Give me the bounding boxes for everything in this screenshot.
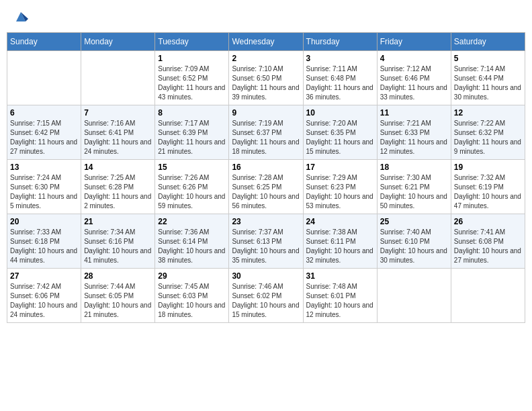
calendar-cell: 9Sunrise: 7:19 AMSunset: 6:37 PMDaylight… xyxy=(229,105,303,160)
calendar-cell xyxy=(7,51,81,105)
day-info: Sunrise: 7:19 AMSunset: 6:37 PMDaylight:… xyxy=(232,119,300,156)
calendar-cell: 12Sunrise: 7:22 AMSunset: 6:32 PMDayligh… xyxy=(451,105,525,160)
day-number: 8 xyxy=(158,108,226,118)
day-number: 25 xyxy=(380,217,448,226)
calendar-cell: 28Sunrise: 7:44 AMSunset: 6:05 PMDayligh… xyxy=(81,269,155,323)
day-info: Sunrise: 7:15 AMSunset: 6:42 PMDaylight:… xyxy=(10,119,78,156)
calendar-cell: 26Sunrise: 7:41 AMSunset: 6:08 PMDayligh… xyxy=(451,214,525,269)
day-number: 19 xyxy=(454,163,522,172)
calendar-cell: 2Sunrise: 7:10 AMSunset: 6:50 PMDaylight… xyxy=(229,51,303,105)
day-number: 3 xyxy=(306,54,374,63)
day-info: Sunrise: 7:41 AMSunset: 6:08 PMDaylight:… xyxy=(454,228,522,265)
day-number: 31 xyxy=(306,271,374,281)
day-number: 11 xyxy=(380,108,448,118)
day-info: Sunrise: 7:45 AMSunset: 6:03 PMDaylight:… xyxy=(158,282,226,320)
day-info: Sunrise: 7:40 AMSunset: 6:10 PMDaylight:… xyxy=(380,228,448,265)
logo-icon xyxy=(13,9,28,24)
day-header-thursday: Thursday xyxy=(303,33,377,51)
day-number: 29 xyxy=(158,271,226,281)
calendar-cell: 16Sunrise: 7:28 AMSunset: 6:25 PMDayligh… xyxy=(229,160,303,214)
day-number: 1 xyxy=(158,54,226,63)
calendar-cell xyxy=(451,269,525,323)
day-info: Sunrise: 7:14 AMSunset: 6:44 PMDaylight:… xyxy=(454,64,522,102)
day-number: 20 xyxy=(10,217,78,226)
calendar-cell: 17Sunrise: 7:29 AMSunset: 6:23 PMDayligh… xyxy=(303,160,377,214)
day-info: Sunrise: 7:29 AMSunset: 6:23 PMDaylight:… xyxy=(306,173,374,211)
day-number: 2 xyxy=(232,54,300,63)
day-number: 4 xyxy=(380,54,448,63)
day-info: Sunrise: 7:25 AMSunset: 6:28 PMDaylight:… xyxy=(84,173,152,211)
day-number: 17 xyxy=(306,163,374,172)
day-number: 27 xyxy=(10,271,78,281)
day-header-tuesday: Tuesday xyxy=(155,33,229,51)
calendar-cell xyxy=(81,51,155,105)
day-info: Sunrise: 7:28 AMSunset: 6:25 PMDaylight:… xyxy=(232,173,300,211)
calendar-cell: 6Sunrise: 7:15 AMSunset: 6:42 PMDaylight… xyxy=(7,105,81,160)
calendar-cell: 27Sunrise: 7:42 AMSunset: 6:06 PMDayligh… xyxy=(7,269,81,323)
day-number: 6 xyxy=(10,108,78,118)
day-info: Sunrise: 7:32 AMSunset: 6:19 PMDaylight:… xyxy=(454,173,522,211)
calendar-cell: 13Sunrise: 7:24 AMSunset: 6:30 PMDayligh… xyxy=(7,160,81,214)
day-number: 7 xyxy=(84,108,152,118)
day-number: 10 xyxy=(306,108,374,118)
day-info: Sunrise: 7:42 AMSunset: 6:06 PMDaylight:… xyxy=(10,282,78,320)
calendar-cell xyxy=(377,269,451,323)
day-number: 13 xyxy=(10,163,78,172)
day-info: Sunrise: 7:37 AMSunset: 6:13 PMDaylight:… xyxy=(232,228,300,265)
day-header-sunday: Sunday xyxy=(7,33,81,51)
calendar-cell: 10Sunrise: 7:20 AMSunset: 6:35 PMDayligh… xyxy=(303,105,377,160)
calendar-cell: 11Sunrise: 7:21 AMSunset: 6:33 PMDayligh… xyxy=(377,105,451,160)
day-info: Sunrise: 7:26 AMSunset: 6:26 PMDaylight:… xyxy=(158,173,226,211)
calendar-week-2: 6Sunrise: 7:15 AMSunset: 6:42 PMDaylight… xyxy=(7,105,525,160)
day-info: Sunrise: 7:24 AMSunset: 6:30 PMDaylight:… xyxy=(10,173,78,211)
calendar-table: SundayMondayTuesdayWednesdayThursdayFrid… xyxy=(7,32,525,323)
day-info: Sunrise: 7:46 AMSunset: 6:02 PMDaylight:… xyxy=(232,282,300,320)
day-number: 30 xyxy=(232,271,300,281)
day-number: 21 xyxy=(84,217,152,226)
calendar-cell: 23Sunrise: 7:37 AMSunset: 6:13 PMDayligh… xyxy=(229,214,303,269)
day-number: 22 xyxy=(158,217,226,226)
day-number: 12 xyxy=(454,108,522,118)
day-info: Sunrise: 7:33 AMSunset: 6:18 PMDaylight:… xyxy=(10,228,78,265)
day-header-wednesday: Wednesday xyxy=(229,33,303,51)
day-info: Sunrise: 7:30 AMSunset: 6:21 PMDaylight:… xyxy=(380,173,448,211)
day-info: Sunrise: 7:10 AMSunset: 6:50 PMDaylight:… xyxy=(232,64,300,102)
calendar-cell: 19Sunrise: 7:32 AMSunset: 6:19 PMDayligh… xyxy=(451,160,525,214)
calendar-cell: 3Sunrise: 7:11 AMSunset: 6:48 PMDaylight… xyxy=(303,51,377,105)
page-header xyxy=(7,7,525,27)
logo xyxy=(12,9,28,24)
calendar-cell: 15Sunrise: 7:26 AMSunset: 6:26 PMDayligh… xyxy=(155,160,229,214)
day-info: Sunrise: 7:22 AMSunset: 6:32 PMDaylight:… xyxy=(454,119,522,156)
day-info: Sunrise: 7:20 AMSunset: 6:35 PMDaylight:… xyxy=(306,119,374,156)
calendar-week-1: 1Sunrise: 7:09 AMSunset: 6:52 PMDaylight… xyxy=(7,51,525,105)
calendar-header-row: SundayMondayTuesdayWednesdayThursdayFrid… xyxy=(7,33,525,51)
calendar-week-5: 27Sunrise: 7:42 AMSunset: 6:06 PMDayligh… xyxy=(7,269,525,323)
day-info: Sunrise: 7:21 AMSunset: 6:33 PMDaylight:… xyxy=(380,119,448,156)
day-number: 28 xyxy=(84,271,152,281)
day-info: Sunrise: 7:17 AMSunset: 6:39 PMDaylight:… xyxy=(158,119,226,156)
day-info: Sunrise: 7:44 AMSunset: 6:05 PMDaylight:… xyxy=(84,282,152,320)
day-number: 18 xyxy=(380,163,448,172)
calendar-cell: 1Sunrise: 7:09 AMSunset: 6:52 PMDaylight… xyxy=(155,51,229,105)
day-info: Sunrise: 7:36 AMSunset: 6:14 PMDaylight:… xyxy=(158,228,226,265)
calendar-cell: 31Sunrise: 7:48 AMSunset: 6:01 PMDayligh… xyxy=(303,269,377,323)
day-number: 26 xyxy=(454,217,522,226)
day-info: Sunrise: 7:12 AMSunset: 6:46 PMDaylight:… xyxy=(380,64,448,102)
calendar-cell: 14Sunrise: 7:25 AMSunset: 6:28 PMDayligh… xyxy=(81,160,155,214)
day-header-friday: Friday xyxy=(377,33,451,51)
calendar-cell: 20Sunrise: 7:33 AMSunset: 6:18 PMDayligh… xyxy=(7,214,81,269)
day-number: 16 xyxy=(232,163,300,172)
calendar-cell: 22Sunrise: 7:36 AMSunset: 6:14 PMDayligh… xyxy=(155,214,229,269)
calendar-cell: 24Sunrise: 7:38 AMSunset: 6:11 PMDayligh… xyxy=(303,214,377,269)
day-info: Sunrise: 7:09 AMSunset: 6:52 PMDaylight:… xyxy=(158,64,226,102)
day-number: 15 xyxy=(158,163,226,172)
calendar-week-4: 20Sunrise: 7:33 AMSunset: 6:18 PMDayligh… xyxy=(7,214,525,269)
day-number: 14 xyxy=(84,163,152,172)
day-number: 24 xyxy=(306,217,374,226)
calendar-cell: 18Sunrise: 7:30 AMSunset: 6:21 PMDayligh… xyxy=(377,160,451,214)
day-header-monday: Monday xyxy=(81,33,155,51)
calendar-cell: 25Sunrise: 7:40 AMSunset: 6:10 PMDayligh… xyxy=(377,214,451,269)
calendar-cell: 7Sunrise: 7:16 AMSunset: 6:41 PMDaylight… xyxy=(81,105,155,160)
calendar-cell: 30Sunrise: 7:46 AMSunset: 6:02 PMDayligh… xyxy=(229,269,303,323)
day-info: Sunrise: 7:38 AMSunset: 6:11 PMDaylight:… xyxy=(306,228,374,265)
